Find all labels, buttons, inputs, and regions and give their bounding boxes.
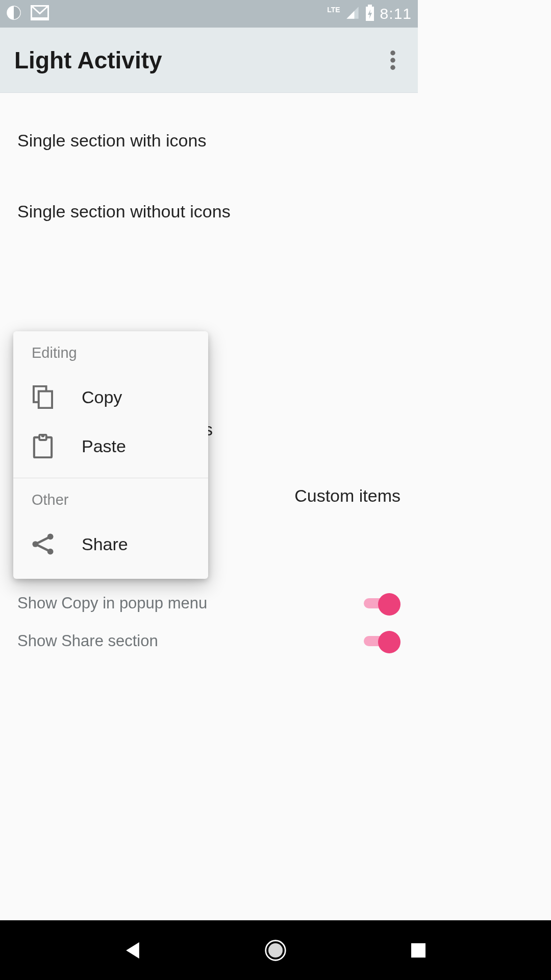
overflow-menu-button[interactable] — [382, 50, 404, 71]
popup-section-other: Other — [13, 478, 208, 520]
toggle-label: Show Share section — [17, 632, 158, 650]
svg-line-18 — [37, 545, 48, 551]
popup-item-label: Copy — [82, 387, 122, 407]
popup-item-copy[interactable]: Copy — [13, 373, 208, 422]
list-item[interactable]: Single section with icons — [0, 122, 418, 159]
battery-charging-icon — [365, 5, 375, 23]
content-area: Single section with icons Single section… — [0, 93, 418, 683]
svg-rect-10 — [39, 391, 52, 408]
popup-item-share[interactable]: Share — [13, 520, 208, 569]
popup-item-label: Paste — [82, 436, 126, 456]
toggle-row-copy: Show Copy in popup menu — [17, 593, 400, 614]
svg-rect-3 — [368, 5, 372, 7]
custom-items-label[interactable]: Custom items — [294, 486, 400, 506]
lte-label: LTE — [327, 6, 340, 14]
themes-app-icon — [6, 5, 21, 22]
svg-point-8 — [390, 65, 395, 70]
svg-line-17 — [37, 537, 48, 543]
page-title: Light Activity — [14, 46, 382, 74]
svg-point-13 — [41, 434, 45, 437]
popup-section-editing: Editing — [13, 331, 208, 373]
toggle-switch-share[interactable] — [364, 631, 400, 651]
popup-item-paste[interactable]: Paste — [13, 422, 208, 471]
gmail-icon — [31, 5, 49, 22]
copy-icon — [32, 386, 54, 408]
signal-icon — [345, 6, 360, 22]
paste-icon — [32, 435, 54, 457]
share-icon — [32, 533, 54, 555]
svg-point-6 — [390, 51, 395, 56]
status-bar: LTE 8:11 — [0, 0, 418, 28]
app-bar: Light Activity — [0, 28, 418, 93]
popup-menu: Editing Copy Paste Other Share — [13, 331, 208, 579]
toggle-switch-copy[interactable] — [364, 593, 400, 614]
toggle-row-share: Show Share section — [17, 631, 400, 651]
status-clock: 8:11 — [380, 5, 412, 22]
popup-item-label: Share — [82, 534, 128, 554]
svg-rect-2 — [31, 18, 49, 21]
list-item[interactable]: Single section without icons — [0, 193, 418, 230]
svg-point-7 — [390, 58, 395, 63]
toggle-label: Show Copy in popup menu — [17, 594, 207, 612]
